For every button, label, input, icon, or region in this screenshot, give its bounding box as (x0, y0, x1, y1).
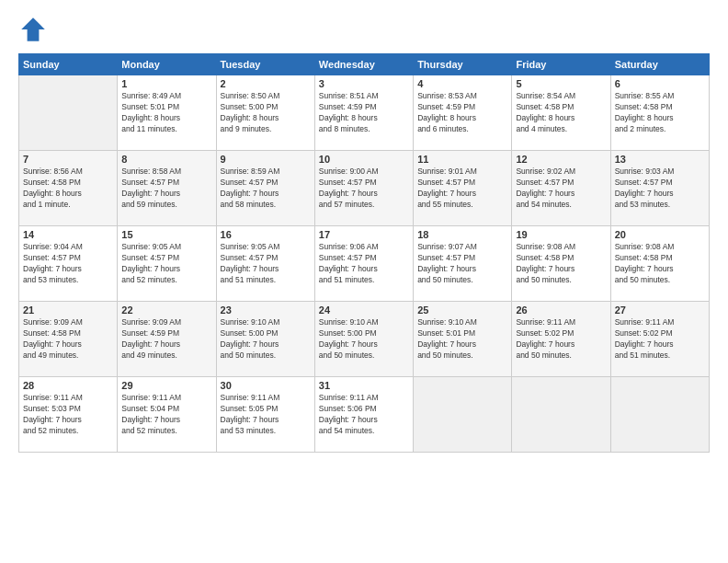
calendar-week-row: 14Sunrise: 9:04 AM Sunset: 4:57 PM Dayli… (19, 226, 710, 302)
day-info: Sunrise: 9:00 AM Sunset: 4:57 PM Dayligh… (319, 167, 409, 211)
day-info: Sunrise: 9:08 AM Sunset: 4:58 PM Dayligh… (615, 242, 705, 286)
calendar-cell: 3Sunrise: 8:51 AM Sunset: 4:59 PM Daylig… (314, 75, 413, 151)
weekday-header-thursday: Thursday (414, 54, 512, 75)
calendar-cell: 16Sunrise: 9:05 AM Sunset: 4:57 PM Dayli… (216, 226, 314, 302)
calendar-cell (610, 377, 709, 453)
day-number: 30 (221, 380, 311, 391)
day-info: Sunrise: 9:11 AM Sunset: 5:02 PM Dayligh… (615, 317, 705, 362)
day-info: Sunrise: 9:05 AM Sunset: 4:57 PM Dayligh… (221, 242, 311, 286)
day-number: 24 (319, 304, 409, 316)
calendar-cell: 5Sunrise: 8:54 AM Sunset: 4:58 PM Daylig… (512, 75, 610, 151)
weekday-header-saturday: Saturday (610, 54, 709, 75)
calendar-cell: 20Sunrise: 9:08 AM Sunset: 4:58 PM Dayli… (610, 226, 709, 302)
day-number: 27 (615, 304, 705, 316)
day-number: 22 (121, 304, 211, 316)
calendar-week-row: 28Sunrise: 9:11 AM Sunset: 5:03 PM Dayli… (19, 377, 710, 453)
calendar-cell: 13Sunrise: 9:03 AM Sunset: 4:57 PM Dayli… (610, 151, 709, 226)
day-info: Sunrise: 9:10 AM Sunset: 5:00 PM Dayligh… (319, 317, 409, 362)
calendar-cell: 14Sunrise: 9:04 AM Sunset: 4:57 PM Dayli… (19, 226, 118, 302)
calendar-cell: 17Sunrise: 9:06 AM Sunset: 4:57 PM Dayli… (314, 226, 413, 302)
calendar-cell: 31Sunrise: 9:11 AM Sunset: 5:06 PM Dayli… (314, 377, 413, 453)
day-info: Sunrise: 9:04 AM Sunset: 4:57 PM Dayligh… (23, 242, 113, 286)
day-number: 25 (417, 304, 507, 316)
day-number: 23 (221, 304, 311, 316)
day-info: Sunrise: 9:05 AM Sunset: 4:57 PM Dayligh… (121, 242, 211, 286)
day-info: Sunrise: 9:06 AM Sunset: 4:57 PM Dayligh… (319, 242, 409, 286)
logo (18, 15, 51, 44)
day-number: 31 (319, 380, 409, 391)
day-number: 12 (516, 154, 606, 165)
day-number: 5 (516, 78, 606, 89)
svg-marker-0 (21, 17, 45, 41)
calendar-cell: 26Sunrise: 9:11 AM Sunset: 5:02 PM Dayli… (512, 302, 610, 377)
calendar-cell: 18Sunrise: 9:07 AM Sunset: 4:57 PM Dayli… (414, 226, 512, 302)
calendar-cell: 29Sunrise: 9:11 AM Sunset: 5:04 PM Dayli… (118, 377, 216, 453)
calendar-cell: 8Sunrise: 8:58 AM Sunset: 4:57 PM Daylig… (118, 151, 216, 226)
day-info: Sunrise: 8:55 AM Sunset: 4:58 PM Dayligh… (615, 91, 705, 135)
day-info: Sunrise: 9:10 AM Sunset: 5:01 PM Dayligh… (417, 317, 507, 362)
day-info: Sunrise: 8:51 AM Sunset: 4:59 PM Dayligh… (319, 91, 409, 135)
day-info: Sunrise: 8:54 AM Sunset: 4:58 PM Dayligh… (516, 91, 606, 135)
calendar-cell: 10Sunrise: 9:00 AM Sunset: 4:57 PM Dayli… (314, 151, 413, 226)
calendar-cell: 23Sunrise: 9:10 AM Sunset: 5:00 PM Dayli… (216, 302, 314, 377)
day-number: 26 (516, 304, 606, 316)
calendar-cell: 24Sunrise: 9:10 AM Sunset: 5:00 PM Dayli… (314, 302, 413, 377)
day-number: 4 (417, 78, 507, 89)
calendar-cell: 30Sunrise: 9:11 AM Sunset: 5:05 PM Dayli… (216, 377, 314, 453)
calendar-table: SundayMondayTuesdayWednesdayThursdayFrid… (18, 53, 710, 453)
day-number: 16 (221, 229, 311, 240)
calendar-cell: 15Sunrise: 9:05 AM Sunset: 4:57 PM Dayli… (118, 226, 216, 302)
weekday-header-wednesday: Wednesday (314, 54, 413, 75)
logo-icon (18, 15, 48, 44)
day-number: 1 (121, 78, 211, 89)
day-info: Sunrise: 9:11 AM Sunset: 5:06 PM Dayligh… (319, 393, 409, 437)
calendar-week-row: 21Sunrise: 9:09 AM Sunset: 4:58 PM Dayli… (19, 302, 710, 377)
day-number: 11 (417, 154, 507, 165)
calendar-cell: 4Sunrise: 8:53 AM Sunset: 4:59 PM Daylig… (414, 75, 512, 151)
header (18, 15, 710, 44)
day-info: Sunrise: 9:07 AM Sunset: 4:57 PM Dayligh… (417, 242, 507, 286)
day-info: Sunrise: 9:11 AM Sunset: 5:02 PM Dayligh… (516, 317, 606, 362)
calendar-cell (512, 377, 610, 453)
day-number: 7 (23, 154, 113, 165)
day-number: 21 (23, 304, 113, 316)
calendar-week-row: 1Sunrise: 8:49 AM Sunset: 5:01 PM Daylig… (19, 75, 710, 151)
day-info: Sunrise: 8:59 AM Sunset: 4:57 PM Dayligh… (221, 167, 311, 211)
day-number: 20 (615, 229, 705, 240)
day-info: Sunrise: 9:01 AM Sunset: 4:57 PM Dayligh… (417, 167, 507, 211)
day-info: Sunrise: 8:49 AM Sunset: 5:01 PM Dayligh… (121, 91, 211, 135)
calendar-cell: 27Sunrise: 9:11 AM Sunset: 5:02 PM Dayli… (610, 302, 709, 377)
day-info: Sunrise: 9:09 AM Sunset: 4:58 PM Dayligh… (23, 317, 113, 362)
day-number: 9 (221, 154, 311, 165)
day-number: 14 (23, 229, 113, 240)
day-info: Sunrise: 9:03 AM Sunset: 4:57 PM Dayligh… (615, 167, 705, 211)
day-number: 29 (121, 380, 211, 391)
weekday-header-tuesday: Tuesday (216, 54, 314, 75)
day-info: Sunrise: 9:09 AM Sunset: 4:59 PM Dayligh… (121, 317, 211, 362)
calendar-cell: 19Sunrise: 9:08 AM Sunset: 4:58 PM Dayli… (512, 226, 610, 302)
day-number: 18 (417, 229, 507, 240)
calendar-cell: 12Sunrise: 9:02 AM Sunset: 4:57 PM Dayli… (512, 151, 610, 226)
calendar-cell: 21Sunrise: 9:09 AM Sunset: 4:58 PM Dayli… (19, 302, 118, 377)
weekday-header-row: SundayMondayTuesdayWednesdayThursdayFrid… (19, 54, 710, 75)
page: SundayMondayTuesdayWednesdayThursdayFrid… (0, 0, 728, 563)
day-info: Sunrise: 9:02 AM Sunset: 4:57 PM Dayligh… (516, 167, 606, 211)
day-number: 3 (319, 78, 409, 89)
day-number: 8 (121, 154, 211, 165)
calendar-cell: 6Sunrise: 8:55 AM Sunset: 4:58 PM Daylig… (610, 75, 709, 151)
day-info: Sunrise: 8:56 AM Sunset: 4:58 PM Dayligh… (23, 167, 113, 211)
calendar-cell: 9Sunrise: 8:59 AM Sunset: 4:57 PM Daylig… (216, 151, 314, 226)
day-number: 19 (516, 229, 606, 240)
day-info: Sunrise: 8:50 AM Sunset: 5:00 PM Dayligh… (221, 91, 311, 135)
day-number: 6 (615, 78, 705, 89)
day-info: Sunrise: 9:10 AM Sunset: 5:00 PM Dayligh… (221, 317, 311, 362)
day-info: Sunrise: 9:11 AM Sunset: 5:05 PM Dayligh… (221, 393, 311, 437)
day-info: Sunrise: 9:11 AM Sunset: 5:04 PM Dayligh… (121, 393, 211, 437)
calendar-cell: 25Sunrise: 9:10 AM Sunset: 5:01 PM Dayli… (414, 302, 512, 377)
calendar-cell: 7Sunrise: 8:56 AM Sunset: 4:58 PM Daylig… (19, 151, 118, 226)
day-number: 15 (121, 229, 211, 240)
calendar-week-row: 7Sunrise: 8:56 AM Sunset: 4:58 PM Daylig… (19, 151, 710, 226)
day-info: Sunrise: 8:58 AM Sunset: 4:57 PM Dayligh… (121, 167, 211, 211)
calendar-cell: 1Sunrise: 8:49 AM Sunset: 5:01 PM Daylig… (118, 75, 216, 151)
day-info: Sunrise: 9:11 AM Sunset: 5:03 PM Dayligh… (23, 393, 113, 437)
